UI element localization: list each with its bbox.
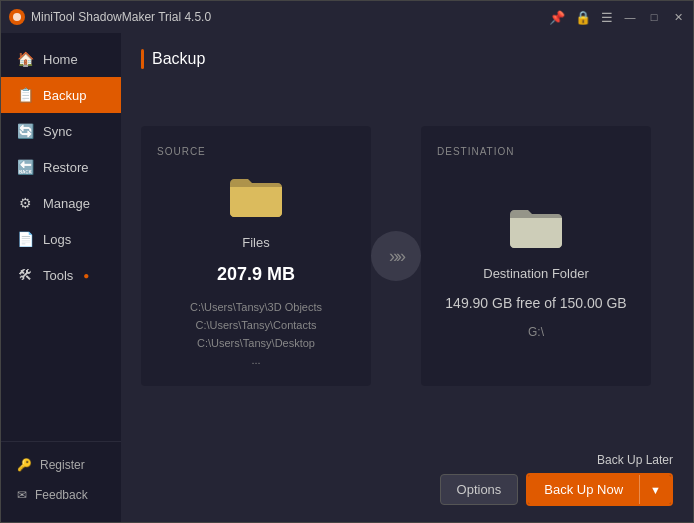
destination-name: Destination Folder xyxy=(483,266,589,281)
main-layout: 🏠 Home 📋 Backup 🔄 Sync 🔙 Restore ⚙ xyxy=(1,33,693,522)
sidebar-item-logs[interactable]: 📄 Logs xyxy=(1,221,121,257)
source-label: SOURCE xyxy=(157,146,206,157)
backup-now-dropdown[interactable]: ▼ xyxy=(639,475,671,504)
source-path-3: C:\Users\Tansy\Desktop xyxy=(197,337,315,349)
content-area: Backup SOURCE Files 207.9 xyxy=(121,33,693,522)
transfer-arrow[interactable]: »» xyxy=(371,231,421,281)
sidebar-item-manage-label: Manage xyxy=(43,196,90,211)
sidebar-bottom: 🔑 Register ✉ Feedback xyxy=(1,441,121,522)
source-path-more: ... xyxy=(251,354,260,366)
source-path-2: C:\Users\Tansy\Contacts xyxy=(195,319,316,331)
logs-icon: 📄 xyxy=(17,231,33,247)
sidebar-item-feedback[interactable]: ✉ Feedback xyxy=(1,480,121,510)
sidebar-item-home-label: Home xyxy=(43,52,78,67)
header-bar-accent xyxy=(141,49,144,69)
source-path-1: C:\Users\Tansy\3D Objects xyxy=(190,301,322,313)
pin-icon[interactable]: 📌 xyxy=(549,10,565,25)
sidebar-item-backup[interactable]: 📋 Backup xyxy=(1,77,121,113)
manage-icon: ⚙ xyxy=(17,195,33,211)
register-icon: 🔑 xyxy=(17,458,32,472)
menu-icon[interactable]: ☰ xyxy=(601,10,613,25)
title-bar-left: MiniTool ShadowMaker Trial 4.5.0 xyxy=(9,9,211,25)
svg-point-0 xyxy=(13,13,21,21)
lock-icon[interactable]: 🔒 xyxy=(575,10,591,25)
destination-icon-area: Destination Folder 149.90 GB free of 150… xyxy=(445,173,626,370)
bottom-bar: Back Up Later Options Back Up Now ▼ xyxy=(141,443,673,506)
backup-later-container: Back Up Later Options Back Up Now ▼ xyxy=(440,453,673,506)
register-label: Register xyxy=(40,458,85,472)
sidebar-item-manage[interactable]: ⚙ Manage xyxy=(1,185,121,221)
backup-now-group: Back Up Now ▼ xyxy=(526,473,673,506)
feedback-icon: ✉ xyxy=(17,488,27,502)
tools-icon: 🛠 xyxy=(17,267,33,283)
window-title: MiniTool ShadowMaker Trial 4.5.0 xyxy=(31,10,211,24)
destination-label: DESTINATION xyxy=(437,146,514,157)
tools-dot: ● xyxy=(83,270,89,281)
destination-free-space: 149.90 GB free of 150.00 GB xyxy=(445,295,626,311)
sidebar-item-home[interactable]: 🏠 Home xyxy=(1,41,121,77)
source-size: 207.9 MB xyxy=(217,264,295,285)
sidebar: 🏠 Home 📋 Backup 🔄 Sync 🔙 Restore ⚙ xyxy=(1,33,121,522)
sidebar-item-register[interactable]: 🔑 Register xyxy=(1,450,121,480)
source-folder-icon xyxy=(226,173,286,221)
sidebar-item-tools[interactable]: 🛠 Tools ● xyxy=(1,257,121,293)
sidebar-item-restore[interactable]: 🔙 Restore xyxy=(1,149,121,185)
source-paths: C:\Users\Tansy\3D Objects C:\Users\Tansy… xyxy=(190,299,322,369)
title-bar: MiniTool ShadowMaker Trial 4.5.0 📌 🔒 ☰ —… xyxy=(1,1,693,33)
home-icon: 🏠 xyxy=(17,51,33,67)
main-window: MiniTool ShadowMaker Trial 4.5.0 📌 🔒 ☰ —… xyxy=(0,0,694,523)
sidebar-item-sync[interactable]: 🔄 Sync xyxy=(1,113,121,149)
page-title: Backup xyxy=(152,50,205,68)
restore-icon: 🔙 xyxy=(17,159,33,175)
feedback-label: Feedback xyxy=(35,488,88,502)
minimize-button[interactable]: — xyxy=(623,10,637,24)
sidebar-item-logs-label: Logs xyxy=(43,232,71,247)
source-icon-area: Files 207.9 MB C:\Users\Tansy\3D Objects… xyxy=(190,173,322,370)
chevrons-icon: »» xyxy=(389,246,403,267)
destination-folder-icon xyxy=(506,204,566,252)
backup-now-button[interactable]: Back Up Now xyxy=(528,475,639,504)
destination-drive: G:\ xyxy=(528,325,544,339)
sidebar-item-restore-label: Restore xyxy=(43,160,89,175)
sidebar-item-backup-label: Backup xyxy=(43,88,86,103)
maximize-button[interactable]: □ xyxy=(647,10,661,24)
arrow-area: »» xyxy=(371,231,421,281)
sidebar-nav: 🏠 Home 📋 Backup 🔄 Sync 🔙 Restore ⚙ xyxy=(1,33,121,441)
source-name: Files xyxy=(242,235,269,250)
backup-icon: 📋 xyxy=(17,87,33,103)
backup-later-label: Back Up Later xyxy=(597,453,673,467)
sidebar-item-sync-label: Sync xyxy=(43,124,72,139)
destination-card[interactable]: DESTINATION Destination Folder 149.90 GB… xyxy=(421,126,651,386)
title-bar-controls: 📌 🔒 ☰ — □ ✕ xyxy=(549,10,685,25)
app-logo xyxy=(9,9,25,25)
sync-icon: 🔄 xyxy=(17,123,33,139)
backup-cards: SOURCE Files 207.9 MB C:\Users\Tansy\3D … xyxy=(141,89,673,423)
close-button[interactable]: ✕ xyxy=(671,10,685,24)
options-button[interactable]: Options xyxy=(440,474,519,505)
source-card[interactable]: SOURCE Files 207.9 MB C:\Users\Tansy\3D … xyxy=(141,126,371,386)
page-header: Backup xyxy=(141,49,673,69)
sidebar-item-tools-label: Tools xyxy=(43,268,73,283)
